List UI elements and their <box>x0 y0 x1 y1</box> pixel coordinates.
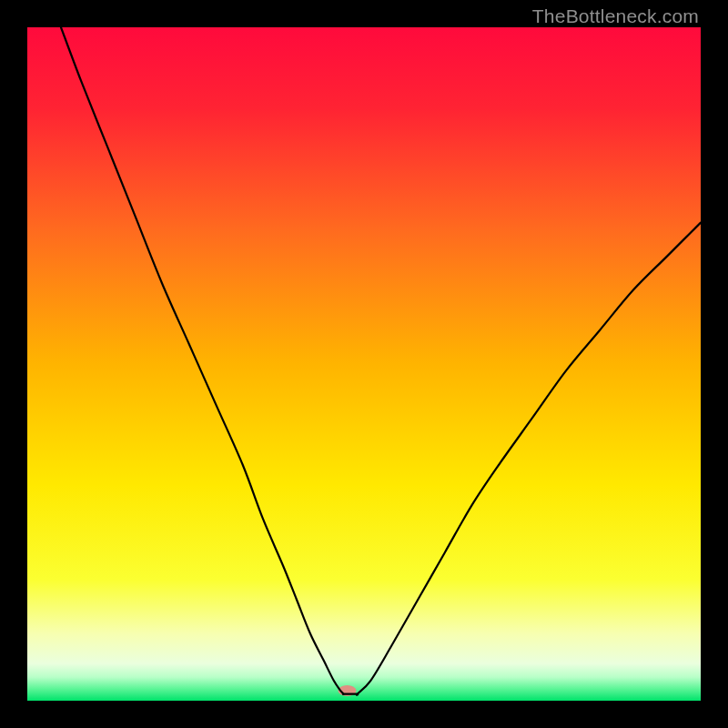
gradient-background <box>27 27 701 701</box>
watermark-text: TheBottleneck.com <box>532 5 699 27</box>
chart-frame: TheBottleneck.com <box>0 0 728 728</box>
plot-area <box>27 27 701 701</box>
bottleneck-curve-chart <box>27 27 701 701</box>
